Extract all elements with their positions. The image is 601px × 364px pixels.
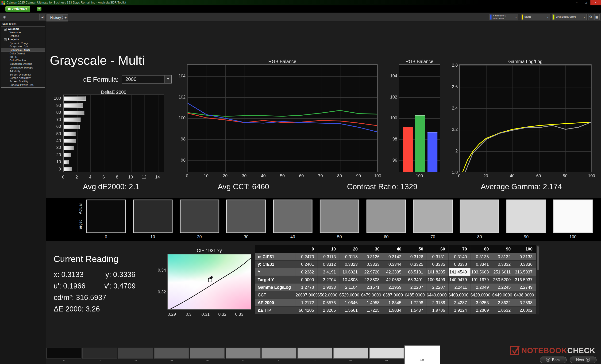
layout-button[interactable]: ▣ <box>594 14 600 20</box>
y-tick-label: 2.8 <box>446 63 458 67</box>
de-formula-select[interactable]: 2000 ▼ <box>122 75 172 84</box>
sidebar-item-spectral-power-dist-[interactable]: Spectral Power Dist. <box>1 83 45 87</box>
sidebar-item-welcome[interactable]: Welcome <box>1 31 45 34</box>
sidebar-item-analysis[interactable]: −Analysis <box>1 38 45 41</box>
measure-patch-30[interactable]: 30 <box>154 348 189 364</box>
sidebar-item-luminance-sweeps[interactable]: Luminance Sweeps <box>1 66 45 69</box>
sidebar-item-screen-stability[interactable]: Screen Stability <box>1 80 45 83</box>
deltae-bar <box>64 160 69 164</box>
gridline <box>158 95 159 172</box>
table-cell: 6479.0000 <box>361 291 383 299</box>
table-row: ΔE ITP66.42052.32051.56611.72251.98341.5… <box>255 306 536 314</box>
table-scrollbar[interactable] <box>536 245 540 315</box>
y-tick-label: 98 <box>174 137 185 141</box>
y-tick-label: 104 <box>174 73 185 78</box>
table-cell: 2.2207 <box>405 283 427 291</box>
sidebar-item-screen-uniformity[interactable]: Screen Uniformity <box>1 73 45 76</box>
next-button[interactable]: Next » <box>570 356 597 363</box>
measure-patch-100[interactable]: 100 <box>405 346 440 364</box>
de-formula-label: dE Formula: <box>83 76 119 84</box>
y-tick-label: 96 <box>174 158 185 163</box>
table-row: Y0.23823.419110.602122.972042.333568.513… <box>255 268 536 276</box>
app-icon <box>2 1 5 5</box>
y-tick-label: 10 <box>50 160 61 164</box>
source-label: Source <box>524 16 531 18</box>
measure-patch-60[interactable]: 60 <box>261 348 297 364</box>
calman-logo-icon <box>8 8 10 10</box>
collapse-expander-icon: − <box>4 28 6 30</box>
logo-menu-arrow-icon[interactable]: ▾ <box>37 7 41 11</box>
sidebar-item-label: Screen Uniformity <box>10 73 31 76</box>
meter-dropdown[interactable]: X-Rite i1Pro 2Direct View ▼ <box>490 14 518 20</box>
measure-patch-70[interactable]: 70 <box>297 348 332 364</box>
maximize-button[interactable]: □ <box>581 0 591 5</box>
table-cell: 0.0000 <box>296 276 317 284</box>
measure-patch-50[interactable]: 50 <box>226 348 260 364</box>
sidebar-item-welcome[interactable]: −Welcome <box>1 27 45 31</box>
measure-patch-90[interactable]: 90 <box>369 348 404 364</box>
gridline <box>144 95 145 172</box>
titlebar: Calman 2025 Calman Ultimate for Business… <box>0 0 601 5</box>
settings-gear-button[interactable]: ⚙ <box>588 14 593 20</box>
add-tab-button[interactable]: + <box>63 15 68 20</box>
sidebar-item-screen-angularity[interactable]: Screen Angularity <box>1 76 45 80</box>
y-tick-label: 40 <box>50 138 61 143</box>
table-cell: 191.1679 <box>471 276 492 284</box>
gridline <box>131 95 131 172</box>
sidebar-item-options[interactable]: Options <box>1 34 45 38</box>
workspace-icon[interactable]: ◉ <box>2 15 7 19</box>
grayscale-swatch-70 <box>413 200 453 233</box>
sidebar-item-grayscale-2pt[interactable]: Grayscale - 2pt <box>1 45 45 48</box>
patch-level-label: 0 <box>47 359 81 362</box>
table-cell: 2.1671 <box>361 283 383 291</box>
watermark-text-notebook: NOTEBOOK <box>521 346 567 354</box>
cie-measured-marker <box>210 276 213 279</box>
measure-patch-80[interactable]: 80 <box>333 348 368 364</box>
deltae-plot <box>63 95 164 172</box>
collapse-panel-button[interactable]: ◀ <box>40 14 45 20</box>
table-row: Gamma Log/Log1.27781.98332.11042.16712.1… <box>255 283 536 291</box>
source-dropdown[interactable]: Source ▼ <box>521 14 550 20</box>
sidebar-item-saturation-sweeps[interactable]: Saturation Sweeps <box>1 62 45 66</box>
deltae-bar <box>64 125 80 129</box>
measure-patch-20[interactable]: 20 <box>118 348 153 364</box>
gridline <box>91 95 91 172</box>
back-button[interactable]: « Back <box>540 356 567 363</box>
measure-patch-40[interactable]: 40 <box>190 348 225 364</box>
x-tick-label: 10 <box>200 173 212 178</box>
measure-patch-0[interactable]: 0 <box>47 348 81 364</box>
minimize-button[interactable]: – <box>572 0 581 5</box>
target-label: Target <box>78 217 83 234</box>
sidebar-item-color-gamut[interactable]: Color Gamut <box>1 52 45 55</box>
table-row-label: CCT <box>255 291 296 299</box>
sidebar-item-dynamic-range[interactable]: Dynamic Range <box>1 41 45 45</box>
measure-patch-10[interactable]: 10 <box>82 348 117 364</box>
sidebar-item-additivity[interactable]: Additivity <box>1 69 45 73</box>
y-tick-label: 0 <box>50 166 61 171</box>
table-cell: 251.6611 <box>492 268 514 276</box>
patch-color <box>226 348 260 359</box>
table-cell: 2.0002 <box>514 306 536 314</box>
sidebar-item-label: Grayscale - Multi <box>10 48 30 51</box>
deltae-bar <box>64 96 86 101</box>
display-control-dropdown[interactable]: Direct Display Control ▼ <box>552 14 586 20</box>
x-tick-label: 100 <box>586 173 597 178</box>
sidebar-item-grayscale-multi[interactable]: Grayscale - Multi <box>1 48 45 52</box>
calman-logo[interactable]: calman <box>5 6 30 12</box>
sidebar-item-label: Welcome <box>8 28 20 30</box>
table-cell: 193.5663 <box>471 268 492 276</box>
sidebar-item-label: Options <box>10 35 19 37</box>
deltae-bar <box>64 110 84 115</box>
rgb-bar-plot <box>399 64 440 172</box>
sidebar-item-label: Screen Angularity <box>10 77 31 79</box>
table-cell: 0.3323 <box>339 260 361 268</box>
table-scrollbar-thumb[interactable] <box>537 246 539 270</box>
sidebar-item-colorchecker[interactable]: ColorChecker <box>1 59 45 62</box>
grayscale-swatch-20 <box>180 200 219 233</box>
sidebar-item-3d-lut[interactable]: 3D LUT <box>1 55 45 59</box>
y-tick-label: 104 <box>386 73 397 78</box>
table-cell: 1.5661 <box>339 306 361 314</box>
patch-color <box>369 348 404 359</box>
dropdown-arrow-icon: ▼ <box>547 16 549 19</box>
close-button[interactable]: × <box>591 0 601 5</box>
